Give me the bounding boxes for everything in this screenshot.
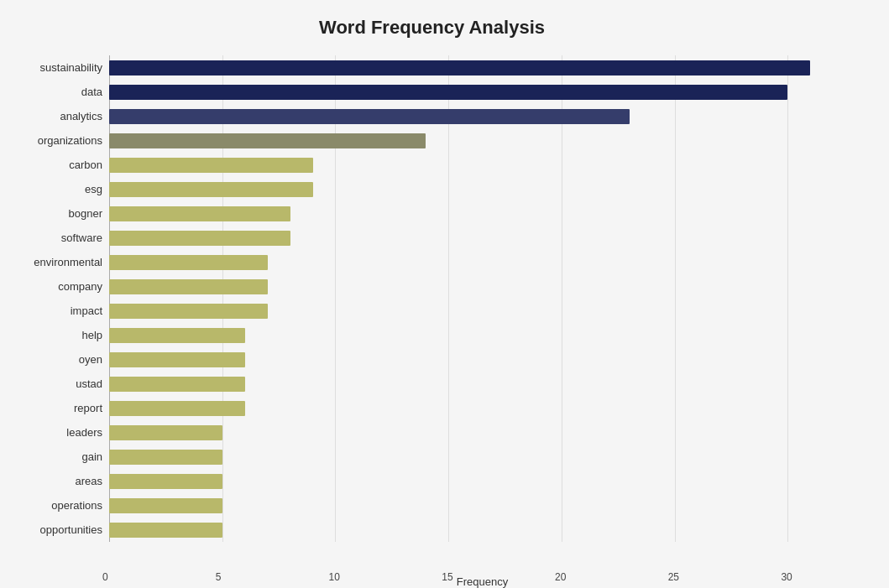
bar <box>109 279 268 294</box>
bar-row <box>109 132 855 150</box>
y-label: sustainability <box>40 62 102 73</box>
bar-row <box>109 180 855 199</box>
y-label: gain <box>81 451 102 462</box>
bar <box>109 352 245 367</box>
bar-row <box>109 156 855 174</box>
bar <box>109 231 290 246</box>
bar-row <box>109 375 855 393</box>
bar-row <box>109 399 855 418</box>
bar-row <box>109 253 855 272</box>
y-label: analytics <box>60 111 102 122</box>
bar-row <box>109 83 855 101</box>
x-tick: 0 <box>102 571 108 583</box>
bar-row <box>109 278 855 296</box>
y-label: environmental <box>34 257 102 268</box>
y-label: impact <box>71 305 102 316</box>
y-label: software <box>61 232 102 243</box>
y-label: leaders <box>66 427 102 438</box>
bar-row <box>109 59 855 77</box>
y-label: organizations <box>38 135 102 146</box>
bar-row <box>109 521 855 539</box>
bar-row <box>109 302 855 320</box>
bar-row <box>109 229 855 247</box>
bar <box>109 401 245 416</box>
bar <box>109 182 313 197</box>
y-label: help <box>81 330 102 341</box>
y-label: bogner <box>69 208 102 219</box>
bar <box>109 109 630 124</box>
bar <box>109 158 313 173</box>
bar <box>109 425 222 440</box>
y-axis-labels: sustainabilitydataanalyticsorganizations… <box>8 55 109 542</box>
bar-row <box>109 472 855 491</box>
y-label: company <box>58 281 102 292</box>
y-label: esg <box>85 184 102 195</box>
bar-row <box>109 107 855 126</box>
bar-row <box>109 448 855 466</box>
y-label: report <box>74 403 102 414</box>
y-label: carbon <box>69 159 102 170</box>
bar <box>109 498 222 513</box>
chart-area: sustainabilitydataanalyticsorganizations… <box>8 55 855 542</box>
bar <box>109 523 222 538</box>
bar <box>109 206 290 221</box>
y-label: ustad <box>76 378 102 389</box>
bar-row <box>109 424 855 442</box>
bar <box>109 450 222 465</box>
bar <box>109 133 426 148</box>
bar-row <box>109 497 855 515</box>
bar <box>109 377 245 392</box>
chart-title: Word Frequency Analysis <box>8 17 855 39</box>
bar-row <box>109 326 855 345</box>
bar <box>109 60 810 75</box>
bar <box>109 328 245 343</box>
x-axis-label: Frequency <box>109 575 855 588</box>
bar <box>109 474 222 489</box>
y-label: data <box>81 86 102 97</box>
bar <box>109 255 268 270</box>
y-label: areas <box>75 476 102 487</box>
bar <box>109 85 787 100</box>
bar <box>109 304 268 319</box>
y-label: opportunities <box>40 524 102 535</box>
y-label: operations <box>51 500 102 511</box>
bar-row <box>109 351 855 369</box>
bar-row <box>109 205 855 223</box>
chart-container: Word Frequency Analysis sustainabilityda… <box>0 0 889 588</box>
y-label: oyen <box>79 354 102 365</box>
bars-area: 051015202530 Frequency <box>109 55 855 542</box>
